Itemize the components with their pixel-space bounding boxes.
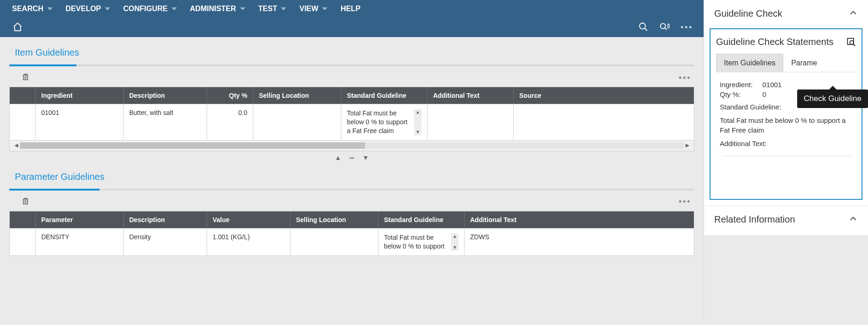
tab-item-guidelines[interactable]: Item Guidelines bbox=[716, 54, 783, 72]
col-selling-location[interactable]: Selling Location bbox=[290, 211, 378, 228]
side-header: Guideline Check bbox=[704, 0, 868, 25]
table-header-row: Ingredient Description Qty % Selling Loc… bbox=[10, 87, 694, 104]
col-qty[interactable]: Qty % bbox=[207, 87, 253, 104]
collapse-icon[interactable] bbox=[849, 8, 858, 19]
advanced-search-icon[interactable] bbox=[659, 21, 670, 32]
cell-scrollbar[interactable]: ▲ ▼ bbox=[414, 109, 421, 135]
cell-source bbox=[514, 104, 556, 140]
param-guidelines-title: Parameter Guidelines bbox=[9, 161, 694, 189]
row-selector[interactable] bbox=[10, 229, 36, 255]
detail-ingredient-value: 01001 bbox=[762, 81, 782, 89]
chevron-down-icon bbox=[240, 7, 245, 10]
col-selector bbox=[10, 211, 36, 228]
cell-ingredient: 01001 bbox=[36, 104, 124, 140]
export-icon[interactable] bbox=[21, 197, 31, 206]
splitter-grip-icon[interactable]: ═ bbox=[350, 154, 354, 161]
detail-qty-value: 0 bbox=[762, 90, 766, 98]
scroll-track[interactable] bbox=[20, 142, 684, 149]
home-icon[interactable] bbox=[12, 21, 23, 32]
check-guideline-tooltip: Check Guideline bbox=[797, 89, 868, 108]
panel-more-icon[interactable] bbox=[679, 200, 690, 203]
detail-std-text: Total Fat must be below 0 % to support a… bbox=[720, 113, 852, 136]
scroll-right-icon[interactable]: ▶ bbox=[684, 142, 691, 148]
guideline-check-title: Guideline Check bbox=[714, 8, 782, 19]
row-selector[interactable] bbox=[10, 104, 36, 140]
svg-point-16 bbox=[850, 40, 854, 44]
table-row[interactable]: 01001 Butter, with salt 0.0 Total Fat mu… bbox=[10, 104, 694, 140]
side-blank-area bbox=[704, 235, 868, 325]
cell-description: Butter, with salt bbox=[124, 104, 207, 140]
menu-view[interactable]: VIEW bbox=[299, 5, 327, 13]
col-parameter[interactable]: Parameter bbox=[36, 211, 124, 228]
scroll-down-icon[interactable]: ▼ bbox=[415, 130, 420, 134]
col-description[interactable]: Description bbox=[124, 87, 207, 104]
search-icon[interactable] bbox=[638, 21, 649, 32]
section-underline bbox=[9, 64, 694, 66]
col-std-guideline[interactable]: Standard Guideline bbox=[378, 211, 465, 228]
cell-scrollbar[interactable]: ▲ ▼ bbox=[451, 233, 459, 251]
table-row[interactable]: DENSITY Density 1.001 (KG/L) Total Fat m… bbox=[10, 228, 694, 255]
col-ingredient[interactable]: Ingredient bbox=[36, 87, 124, 104]
table-header-row: Parameter Description Value Selling Loca… bbox=[10, 211, 694, 228]
chevron-down-icon bbox=[281, 7, 286, 10]
detail-addl-label: Additional Text: bbox=[720, 136, 852, 149]
side-panel: Guideline Check Guideline Check Statemen… bbox=[704, 0, 868, 325]
svg-point-0 bbox=[640, 23, 646, 29]
panel-more-icon[interactable] bbox=[679, 76, 690, 79]
col-selector bbox=[10, 87, 36, 104]
item-guidelines-title: Item Guidelines bbox=[9, 37, 694, 64]
detail-block: Ingredient: 01001 Qty %: 0 Standard Guid… bbox=[716, 72, 856, 156]
col-addl-text[interactable]: Additional Text bbox=[428, 87, 514, 104]
more-icon[interactable] bbox=[680, 21, 692, 32]
cell-addl-text: ZDWS bbox=[465, 229, 548, 255]
svg-line-3 bbox=[665, 28, 667, 30]
item-panel-tools bbox=[9, 66, 694, 87]
scroll-thumb[interactable] bbox=[20, 142, 365, 149]
splitter-up-icon[interactable]: ▲ bbox=[335, 154, 341, 161]
scroll-down-icon[interactable]: ▼ bbox=[453, 245, 457, 250]
scroll-left-icon[interactable]: ◀ bbox=[13, 142, 20, 148]
guideline-check-card: Guideline Check Statements Item Guidelin… bbox=[710, 28, 862, 200]
menu-help[interactable]: HELP bbox=[340, 5, 360, 13]
collapse-icon[interactable] bbox=[849, 214, 858, 225]
menu-develop[interactable]: DEVELOP bbox=[66, 5, 110, 13]
chevron-down-icon bbox=[47, 7, 53, 10]
tab-parameter-guidelines[interactable]: Parame bbox=[783, 54, 825, 72]
param-guidelines-table: Parameter Description Value Selling Loca… bbox=[9, 211, 694, 256]
svg-line-1 bbox=[645, 28, 648, 31]
scroll-up-icon[interactable]: ▲ bbox=[415, 110, 420, 115]
chevron-down-icon bbox=[171, 7, 177, 10]
card-tabs: Item Guidelines Parame bbox=[716, 54, 856, 72]
cell-description: Density bbox=[124, 229, 207, 255]
cell-addl-text bbox=[428, 104, 514, 140]
menu-search[interactable]: SEARCH bbox=[12, 5, 53, 13]
menu-configure[interactable]: CONFIGURE bbox=[123, 5, 177, 13]
horizontal-scrollbar[interactable]: ◀ ▶ bbox=[10, 140, 694, 151]
cell-value: 1.001 (KG/L) bbox=[207, 229, 290, 255]
param-panel-tools bbox=[9, 191, 694, 211]
content-area: Item Guidelines Ingredient Description Q… bbox=[0, 37, 704, 325]
col-addl-text[interactable]: Additional Text bbox=[465, 211, 548, 228]
menu-administer[interactable]: ADMINISTER bbox=[190, 5, 245, 13]
cell-guideline: Total Fat must be below 0 % to support ▲… bbox=[378, 229, 465, 255]
check-guideline-icon[interactable] bbox=[847, 38, 856, 47]
chevron-down-icon bbox=[105, 7, 110, 10]
cell-guideline: Total Fat must be below 0 % to support a… bbox=[341, 104, 428, 140]
menu-test[interactable]: TEST bbox=[258, 5, 287, 13]
col-selling-location[interactable]: Selling Location bbox=[253, 87, 341, 104]
section-underline bbox=[9, 189, 694, 191]
panel-splitter[interactable]: ▲ ═ ▼ bbox=[9, 151, 694, 161]
related-info-header: Related Information bbox=[704, 206, 868, 230]
scroll-up-icon[interactable]: ▲ bbox=[453, 234, 457, 239]
col-description[interactable]: Description bbox=[124, 211, 207, 228]
svg-line-17 bbox=[853, 44, 855, 46]
col-value[interactable]: Value bbox=[207, 211, 290, 228]
menu-bar: SEARCH DEVELOP CONFIGURE ADMINISTER TEST… bbox=[0, 0, 704, 19]
export-icon[interactable] bbox=[21, 73, 31, 82]
col-source[interactable]: Source bbox=[514, 87, 556, 104]
related-info-title: Related Information bbox=[714, 214, 795, 225]
cell-selling-location bbox=[253, 104, 341, 140]
cell-selling-location bbox=[290, 229, 378, 255]
splitter-down-icon[interactable]: ▼ bbox=[362, 154, 369, 161]
col-std-guideline[interactable]: Standard Guideline bbox=[341, 87, 428, 104]
